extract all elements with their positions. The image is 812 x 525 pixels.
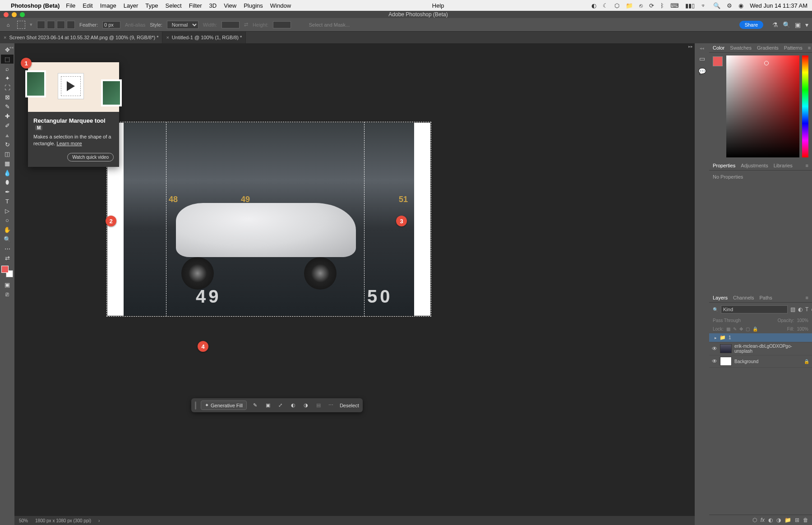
home-icon[interactable]: ⌂ xyxy=(4,20,13,29)
generative-fill-button[interactable]: ✦Generative Fill xyxy=(201,401,247,410)
healing-tool-icon[interactable]: ✚ xyxy=(1,111,14,120)
tab-gradients[interactable]: Gradients xyxy=(757,45,779,51)
menu-image[interactable]: Image xyxy=(100,2,116,9)
color-cursor-icon[interactable] xyxy=(764,61,769,65)
menu-layer[interactable]: Layer xyxy=(124,2,138,9)
menu-edit[interactable]: Edit xyxy=(83,2,92,9)
history-brush-tool-icon[interactable]: ↻ xyxy=(1,140,14,149)
search-icon[interactable]: 🔍 xyxy=(783,21,790,28)
current-color-swatch[interactable] xyxy=(713,56,723,66)
status-bluetooth-icon[interactable]: ᛒ xyxy=(660,2,664,9)
fg-color-icon[interactable] xyxy=(1,266,9,273)
tab-swatches[interactable]: Swatches xyxy=(730,45,752,51)
deselect-button[interactable]: Deselect xyxy=(340,403,359,408)
new-adjustment-icon[interactable]: ◑ xyxy=(776,517,781,523)
layer-filter-input[interactable] xyxy=(721,305,788,313)
collapse-icon[interactable]: ◂◂ xyxy=(9,45,14,50)
new-group-icon[interactable]: 📁 xyxy=(784,517,791,523)
workspace-icon[interactable]: ▣ xyxy=(795,21,801,28)
eraser-tool-icon[interactable]: ◫ xyxy=(1,149,14,158)
tab-close-icon[interactable]: × xyxy=(166,35,169,40)
drag-handle-icon[interactable] xyxy=(195,401,196,410)
add-selection-icon[interactable] xyxy=(47,21,55,29)
beaker-icon[interactable]: ⚗ xyxy=(772,21,778,28)
status-airdrop-icon[interactable]: ⎋ xyxy=(639,2,643,9)
select-and-mask-button[interactable]: Select and Mask... xyxy=(309,22,350,28)
lock-position-icon[interactable]: ✥ xyxy=(739,327,743,332)
more-tools-icon[interactable]: ⋯ xyxy=(1,244,14,253)
layer-name[interactable]: 1 xyxy=(729,335,809,340)
comments-panel-icon[interactable]: 💬 xyxy=(697,67,706,76)
panel-menu-icon[interactable]: ≡ xyxy=(806,295,808,300)
tab-libraries[interactable]: Libraries xyxy=(774,163,793,168)
fill-icon[interactable]: ▤ xyxy=(314,401,323,410)
menu-file[interactable]: File xyxy=(66,2,75,9)
watch-video-button[interactable]: Watch quick video xyxy=(67,153,114,161)
subtract-selection-icon[interactable] xyxy=(57,21,65,29)
tab-channels[interactable]: Channels xyxy=(733,295,754,300)
mask-icon[interactable]: ◐ xyxy=(289,401,297,410)
color-field[interactable] xyxy=(726,55,799,157)
layer-thumbnail[interactable] xyxy=(720,344,732,353)
history-panel-icon[interactable]: ▭ xyxy=(697,54,706,63)
tool-preset-icon[interactable] xyxy=(17,21,25,29)
edit-toolbar-icon[interactable]: ⇄ xyxy=(1,253,14,262)
menu-view[interactable]: View xyxy=(224,2,236,9)
zoom-level[interactable]: 50% xyxy=(19,518,28,523)
filter-pixel-icon[interactable]: ▧ xyxy=(790,306,795,313)
fg-bg-color-swatch[interactable] xyxy=(1,266,13,277)
adjust-icon[interactable]: ◑ xyxy=(302,401,310,410)
filter-type-icon[interactable]: T xyxy=(805,306,808,313)
new-selection-icon[interactable] xyxy=(37,21,45,29)
status-keyboard-icon[interactable]: ⌨ xyxy=(670,2,679,9)
visibility-icon[interactable]: 👁 xyxy=(712,345,717,352)
menu-window[interactable]: Window xyxy=(270,2,291,9)
eyedropper-tool-icon[interactable]: ✎ xyxy=(1,102,14,111)
opacity-value[interactable]: 100% xyxy=(797,318,808,323)
canvas-area[interactable]: ▸▸ Rectangular Marquee toolM Makes a sel… xyxy=(14,43,695,525)
brush-tool-icon[interactable]: ✐ xyxy=(1,121,14,130)
intersect-selection-icon[interactable] xyxy=(67,21,75,29)
layer-row[interactable]: ▸ 📁 1 xyxy=(709,333,812,342)
layer-row[interactable]: 👁 Background 🔒 xyxy=(709,355,812,368)
workspace-chevron-icon[interactable]: ▾ xyxy=(805,21,808,28)
delete-layer-icon[interactable]: 🗑 xyxy=(803,517,808,523)
marquee-tool-icon[interactable]: ⬚ xyxy=(1,55,14,64)
menu-3d[interactable]: 3D xyxy=(209,2,217,9)
blur-tool-icon[interactable]: 💧 xyxy=(1,168,14,177)
status-chevron-icon[interactable]: › xyxy=(98,518,100,523)
learn-more-link[interactable]: Learn more xyxy=(56,141,82,146)
tab-adjustments[interactable]: Adjustments xyxy=(741,163,768,168)
brush-icon[interactable]: ✎ xyxy=(251,401,259,410)
tab-properties[interactable]: Properties xyxy=(713,163,735,168)
path-select-tool-icon[interactable]: ▷ xyxy=(1,206,14,215)
collapse-icon[interactable]: ▸▸ xyxy=(688,44,693,49)
crop-tool-icon[interactable]: ⛶ xyxy=(1,83,14,92)
menu-plugins[interactable]: Plugins xyxy=(244,2,263,9)
layer-thumbnail[interactable] xyxy=(720,357,732,366)
document-tab[interactable]: × Screen Shot 2023-06-14 at 10.55.32 AM.… xyxy=(0,32,162,43)
transform-icon[interactable]: ⤢ xyxy=(277,401,285,410)
filter-adjust-icon[interactable]: ◐ xyxy=(798,306,803,313)
collapse-icon[interactable]: ◂◂ xyxy=(700,46,704,51)
link-layers-icon[interactable]: ⬡ xyxy=(752,517,757,523)
hue-slider[interactable] xyxy=(802,55,808,157)
color-picker[interactable] xyxy=(709,53,812,161)
status-battery-icon[interactable]: ▮▮▯ xyxy=(685,2,695,9)
dodge-tool-icon[interactable]: ⬮ xyxy=(1,178,14,187)
gradient-tool-icon[interactable]: ▦ xyxy=(1,159,14,168)
quickmask-tool-icon[interactable]: ▣ xyxy=(1,280,14,289)
window-zoom-icon[interactable] xyxy=(20,12,25,17)
play-icon[interactable] xyxy=(67,81,75,91)
status-spotlight-icon[interactable]: 🔍 xyxy=(713,2,720,9)
visibility-icon[interactable]: 👁 xyxy=(712,358,717,364)
status-moon-icon[interactable]: ☾ xyxy=(603,2,608,9)
layer-fx-icon[interactable]: fx xyxy=(761,517,765,523)
status-folder-icon[interactable]: 📁 xyxy=(626,2,633,9)
app-name[interactable]: Photoshop (Beta) xyxy=(11,2,60,9)
share-button[interactable]: Share xyxy=(739,21,763,29)
status-app-icon[interactable]: ◐ xyxy=(591,2,596,9)
panel-menu-icon[interactable]: ≡ xyxy=(806,163,808,168)
status-cc-icon[interactable]: ⬡ xyxy=(614,2,619,9)
lock-pixels-icon[interactable]: ✎ xyxy=(733,327,737,332)
